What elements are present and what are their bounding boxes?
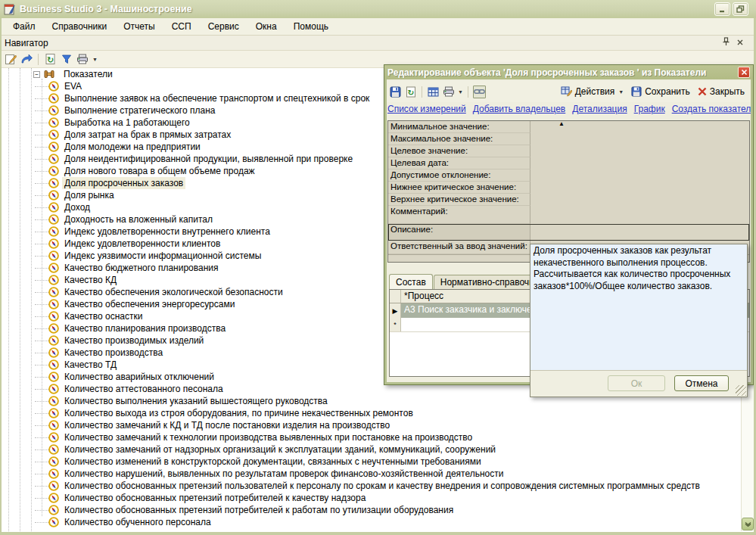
refresh-icon[interactable]: ↻ xyxy=(404,86,417,98)
popup-button-bar: Ок Отмена xyxy=(530,370,747,397)
tree-item-label: Выработка на 1 работающего xyxy=(62,117,192,129)
indicator-icon xyxy=(48,250,59,261)
indicator-icon xyxy=(48,468,59,479)
save-button[interactable]: Сохранить xyxy=(627,85,694,98)
tree-item-label: Индекс удовлетворенности клиентов xyxy=(62,238,222,250)
tree-item-label: Количество аварийных отключений xyxy=(62,371,216,383)
tree-item[interactable]: Количество обоснованных претензий потреб… xyxy=(2,492,742,504)
menu-item-Окна[interactable]: Окна xyxy=(247,19,285,34)
print-dropdown-caret[interactable]: ▼ xyxy=(92,57,98,62)
restore-button[interactable] xyxy=(733,2,748,16)
tree-item-label: Количество замечаний от надзорных органи… xyxy=(62,443,498,456)
menu-item-Отчеты[interactable]: Отчеты xyxy=(115,19,163,34)
save-label: Сохранить xyxy=(645,86,690,97)
link-icon[interactable] xyxy=(473,86,486,98)
window-border-left xyxy=(0,18,2,535)
menu-item-Справочники[interactable]: Справочники xyxy=(44,19,116,34)
restore-icon xyxy=(736,5,745,13)
pin-icon[interactable] xyxy=(722,37,730,48)
scroll-up-indicator[interactable]: ▲ xyxy=(558,121,565,127)
indicator-icon xyxy=(48,493,59,503)
minimize-icon xyxy=(719,6,726,13)
description-textarea[interactable]: Доля просроченных заказов как результат … xyxy=(530,244,747,371)
close-label: Закрыть xyxy=(710,86,745,97)
scroll-down-button[interactable] xyxy=(742,518,754,530)
close-x-icon xyxy=(698,87,707,96)
form-row-label: Описание: xyxy=(388,224,530,241)
tree-item[interactable]: Количество замечаний к КД и ТД после пос… xyxy=(2,419,742,431)
description-editor-popup: Доля просроченных заказов как результат … xyxy=(530,244,748,397)
form-row-label: Верхнее критическое значение: xyxy=(388,194,530,206)
save-icon[interactable] xyxy=(389,86,402,98)
tree-item[interactable]: Количество замечаний от надзорных органи… xyxy=(2,443,742,456)
minimize-button[interactable] xyxy=(714,2,730,16)
print-icon[interactable] xyxy=(76,53,89,66)
dialog-link[interactable]: Детализация xyxy=(572,104,627,114)
table-icon[interactable] xyxy=(427,86,440,98)
indicator-icon xyxy=(48,299,59,309)
indicator-icon xyxy=(48,408,59,418)
indicator-icon xyxy=(48,505,59,515)
cancel-button[interactable]: Отмена xyxy=(674,375,729,391)
form-row: Минимальное значение: xyxy=(388,121,749,133)
tree-item[interactable]: Количество обоснованных претензий пользо… xyxy=(2,480,742,492)
indicator-icon xyxy=(48,250,59,261)
print-dropdown-caret[interactable]: ▼ xyxy=(458,89,463,95)
tree-item[interactable]: Количество нарушений, выявленных по резу… xyxy=(2,468,742,480)
tree-item[interactable]: Количество изменений в конструкторской д… xyxy=(2,456,742,468)
go-arrow-icon[interactable] xyxy=(20,53,33,66)
window-buttons xyxy=(714,2,753,16)
tree-item-label: Количество обоснованных претензий пользо… xyxy=(62,480,702,492)
dialog-link[interactable]: График xyxy=(634,104,665,114)
indicator-icon xyxy=(48,396,59,406)
menu-item-Файл[interactable]: Файл xyxy=(5,19,44,34)
expander-minus[interactable]: − xyxy=(33,71,40,78)
indicator-icon xyxy=(48,481,59,491)
indicator-icon xyxy=(48,81,59,92)
indicator-icon xyxy=(48,226,59,237)
property-grid: ▲ Минимальное значение:Максимальное знач… xyxy=(387,120,750,263)
indicator-icon xyxy=(48,238,59,249)
form-row: Нижнее критическое значение: xyxy=(388,182,749,194)
dialog-close-button[interactable] xyxy=(738,67,750,78)
ok-button[interactable]: Ок xyxy=(608,375,665,391)
toolbar-separator xyxy=(422,86,422,98)
tree-item[interactable]: Количество выхода из строя оборудования,… xyxy=(2,407,742,419)
indicator-icon xyxy=(48,481,59,491)
tree-item[interactable]: Количество обученного персонала xyxy=(2,516,742,528)
app-icon xyxy=(3,3,16,16)
indicator-icon xyxy=(48,154,59,164)
indicator-icon xyxy=(48,493,59,503)
print-icon[interactable] xyxy=(442,86,455,98)
row-marker: ▶ xyxy=(390,303,401,318)
dialog-link[interactable]: Добавить владельцев xyxy=(473,104,565,114)
close-panel-icon[interactable] xyxy=(736,38,744,48)
menu-bar: ФайлСправочникиОтчетыССПСервисОкнаПомощь xyxy=(0,18,756,36)
svg-text:↻: ↻ xyxy=(407,87,414,96)
filter-icon[interactable] xyxy=(60,53,73,66)
resize-grip[interactable] xyxy=(736,385,746,396)
close-button[interactable]: Закрыть xyxy=(694,85,748,98)
indicator-icon xyxy=(48,335,59,346)
actions-button[interactable]: Действия ▼ xyxy=(557,85,628,98)
menu-item-Сервис[interactable]: Сервис xyxy=(200,19,247,34)
tree-guide-line xyxy=(8,68,9,531)
indicator-icon xyxy=(48,420,59,431)
form-row-label: Допустимое отклонение: xyxy=(388,170,530,182)
tree-item[interactable]: Количество замечаний к технологии произв… xyxy=(2,431,742,443)
indicator-icon xyxy=(48,323,59,334)
menu-item-ССП[interactable]: ССП xyxy=(163,19,200,34)
tree-item-label: Качество производимых изделий xyxy=(62,334,206,347)
indicator-icon xyxy=(48,190,59,201)
indicator-icon xyxy=(48,384,59,394)
tree-item[interactable]: Количество обоснованных претензий потреб… xyxy=(2,504,742,516)
tree-item-label: Качество обеспечения энергоресурсами xyxy=(62,298,237,310)
dialog-link[interactable]: Список измерений xyxy=(387,104,466,114)
refresh-icon[interactable]: ↻ xyxy=(44,53,57,66)
indicator-icon xyxy=(48,517,59,527)
dialog-link[interactable]: Создать показатели за пер xyxy=(672,104,751,114)
tab-Состав[interactable]: Состав xyxy=(389,274,433,289)
form-row-label: Минимальное значение: xyxy=(388,121,530,133)
menu-item-Помощь[interactable]: Помощь xyxy=(285,19,337,34)
edit-icon[interactable] xyxy=(4,53,17,66)
